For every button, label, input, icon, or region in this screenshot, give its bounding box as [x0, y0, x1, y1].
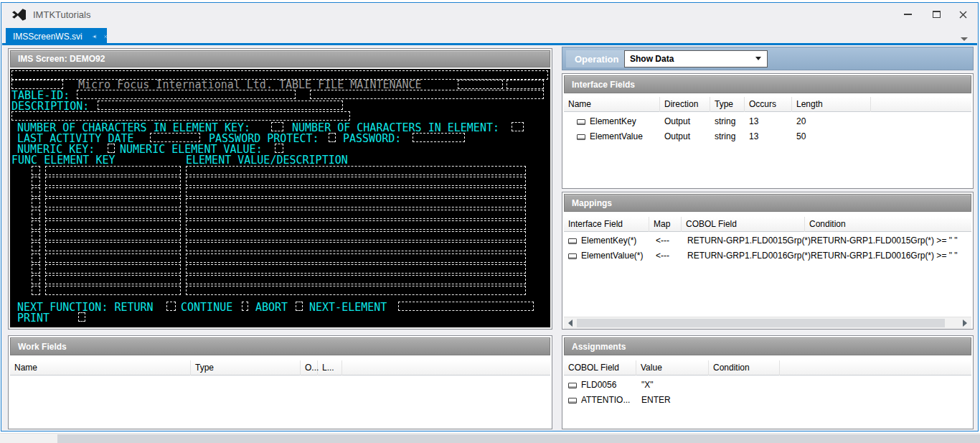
screen-field-element-key[interactable] [45, 198, 181, 207]
screen-field[interactable] [512, 122, 524, 131]
screen-field[interactable] [11, 80, 63, 89]
column-header-map[interactable]: Map [649, 217, 682, 232]
screen-field-element-key[interactable] [45, 220, 181, 230]
column-header-condition[interactable]: Condition [805, 217, 971, 232]
column-header-occurs[interactable]: Occurs [745, 97, 792, 112]
column-header-cobol-field[interactable]: COBOL Field [682, 217, 805, 232]
screen-field-func[interactable] [32, 210, 40, 219]
screen-field[interactable] [242, 302, 248, 311]
screen-field-element-key[interactable] [45, 242, 181, 251]
screen-field[interactable] [11, 111, 350, 121]
scroll-right-icon[interactable] [963, 320, 967, 327]
operation-combobox[interactable]: Show Data [624, 50, 768, 67]
scroll-left-icon[interactable] [568, 320, 573, 327]
column-header-occurs[interactable]: O... [301, 360, 318, 376]
screen-field-element-key[interactable] [45, 187, 181, 197]
screen-field[interactable] [166, 302, 176, 311]
table-row[interactable]: ElementKey Output string 13 20 [564, 114, 971, 129]
screen-field[interactable] [77, 90, 296, 99]
table-row[interactable]: ElementValue Output string 13 50 [564, 129, 971, 144]
screen-field-func[interactable] [32, 264, 40, 274]
screen-field-element-key[interactable] [45, 177, 181, 186]
scrollbar-thumb[interactable] [577, 319, 945, 327]
horizontal-scrollbar[interactable] [564, 317, 971, 329]
label-company: Micro Focus International Ltd. TABLE FIL… [78, 80, 422, 90]
screen-field-func[interactable] [32, 275, 40, 284]
screen-field-element-value[interactable] [186, 275, 526, 284]
cell-occurs: 13 [749, 114, 758, 129]
screen-field[interactable] [108, 144, 115, 153]
table-row[interactable]: ElementKey(*) <--- RETURN-GRP1.FLD0015Gr… [564, 233, 971, 248]
label-password: PASSWORD: [343, 134, 401, 144]
document-list-dropdown-icon[interactable] [961, 37, 968, 41]
screen-field-func[interactable] [32, 187, 40, 197]
screen-field-func[interactable] [32, 177, 40, 186]
screen-field-element-value[interactable] [186, 253, 526, 263]
column-header-condition[interactable]: Condition [709, 360, 780, 376]
screen-field[interactable] [296, 302, 303, 311]
cell-type: string [715, 114, 735, 129]
table-row[interactable]: ATTENTIO... ENTER [564, 393, 971, 408]
column-header-interface-field[interactable]: Interface Field [564, 217, 649, 232]
screen-field-func[interactable] [32, 220, 40, 230]
screen-field-element-key[interactable] [45, 264, 181, 274]
column-header-cobol-field[interactable]: COBOL Field [564, 360, 636, 376]
screen-field[interactable] [329, 133, 336, 142]
screen-field-element-value[interactable] [186, 220, 526, 230]
screen-field-element-key[interactable] [45, 231, 181, 241]
visual-studio-logo-icon [12, 8, 27, 22]
screen-field-func[interactable] [32, 286, 40, 295]
pin-icon[interactable] [93, 32, 97, 41]
screen-field-func[interactable] [32, 253, 40, 263]
combobox-dropdown-icon[interactable] [755, 57, 761, 60]
field-icon [568, 398, 577, 404]
screen-field[interactable] [458, 80, 503, 89]
screen-field-element-value[interactable] [186, 187, 526, 197]
cell-length: 20 [796, 114, 806, 129]
column-header-value[interactable]: Value [636, 360, 709, 376]
screen-field-func[interactable] [32, 198, 40, 207]
screen-field-element-value[interactable] [186, 177, 526, 186]
screen-field[interactable] [310, 90, 544, 99]
screen-field-element-key[interactable] [45, 253, 181, 263]
screen-field-element-key[interactable] [45, 166, 181, 175]
screen-field-element-value[interactable] [186, 286, 526, 295]
maximize-button[interactable] [926, 6, 946, 22]
column-header-length[interactable]: Length [792, 97, 871, 112]
close-button[interactable] [953, 6, 973, 22]
column-header-direction[interactable]: Direction [660, 97, 710, 112]
column-header-length[interactable]: L... [318, 360, 342, 376]
screen-field[interactable] [413, 133, 465, 142]
screen-field-func[interactable] [32, 166, 40, 175]
page-horizontal-scrollbar[interactable] [0, 433, 980, 443]
screen-field[interactable] [398, 302, 534, 311]
field-icon [577, 119, 585, 125]
minimize-button[interactable] [897, 6, 918, 22]
screen-field-element-value[interactable] [186, 231, 526, 241]
screen-field-func[interactable] [32, 231, 40, 241]
column-header-name[interactable]: Name [564, 97, 660, 112]
tab-close-icon[interactable] [104, 33, 107, 40]
screen-field[interactable] [275, 144, 283, 153]
screen-field-element-value[interactable] [186, 166, 526, 175]
screen-field[interactable] [78, 312, 85, 322]
screen-field-element-value[interactable] [186, 242, 526, 251]
table-row[interactable]: ElementValue(*) <--- RETURN-GRP1.FLD0016… [564, 248, 971, 264]
table-row[interactable]: FLD0056 "X" [564, 378, 971, 393]
column-header-type[interactable]: Type [191, 360, 301, 376]
screen-field-element-key[interactable] [45, 275, 181, 284]
screen-field[interactable] [271, 122, 283, 131]
work-fields-panel: Work Fields Name Type O... L... [8, 335, 552, 429]
screen-field-element-key[interactable] [45, 210, 181, 219]
column-header-type[interactable]: Type [710, 97, 745, 112]
screen-field-element-value[interactable] [186, 198, 526, 207]
screen-field-element-key[interactable] [45, 286, 181, 295]
column-header-name[interactable]: Name [10, 360, 191, 376]
screen-field[interactable] [507, 80, 544, 89]
screen-field[interactable] [150, 133, 200, 142]
screen-field-element-value[interactable] [186, 264, 526, 274]
screen-field[interactable] [98, 101, 343, 110]
page-scrollbar-thumb[interactable] [57, 434, 980, 443]
screen-field-element-value[interactable] [186, 210, 526, 219]
screen-field-func[interactable] [32, 242, 40, 251]
